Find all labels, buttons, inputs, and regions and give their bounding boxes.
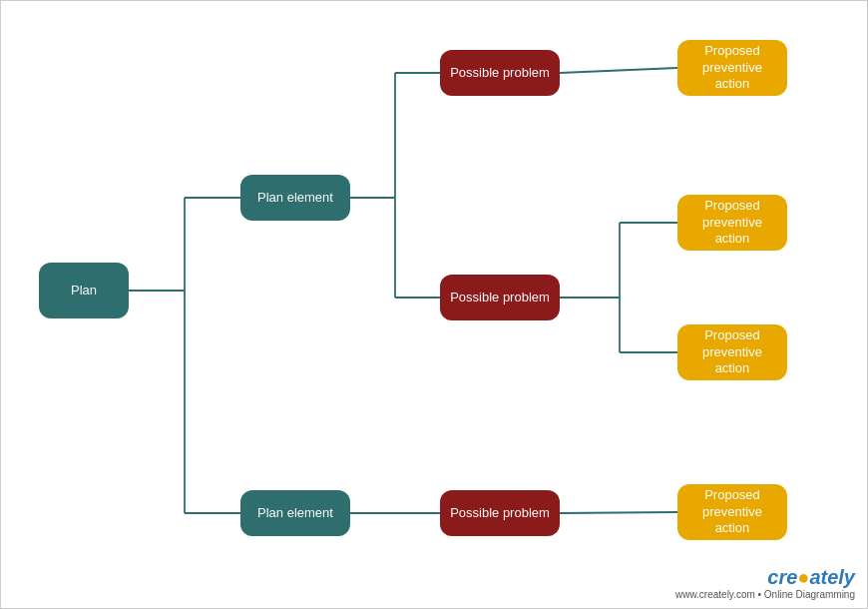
possible-problem-1-node[interactable]: Possible problem [440, 50, 560, 96]
svg-line-9 [560, 68, 677, 73]
plan-label: Plan [71, 283, 97, 300]
watermark: cre●ately www.creately.com • Online Diag… [675, 566, 855, 600]
brand-name: cre●ately [675, 566, 855, 589]
plan-element-2-node[interactable]: Plan element [240, 490, 350, 536]
action-4-node[interactable]: Proposed preventive action [677, 484, 787, 540]
possible-problem-2-node[interactable]: Possible problem [440, 275, 560, 320]
action-4-label: Proposed preventive action [687, 487, 777, 538]
action-1-node[interactable]: Proposed preventive action [677, 40, 787, 96]
svg-line-14 [560, 512, 677, 513]
diagram-container: .conn { stroke: #2e6e6e; stroke-width: 1… [0, 0, 868, 609]
action-2-node[interactable]: Proposed preventive action [677, 195, 787, 251]
action-3-label: Proposed preventive action [687, 327, 777, 378]
action-2-label: Proposed preventive action [687, 198, 777, 249]
possible-problem-1-label: Possible problem [450, 65, 550, 82]
action-3-node[interactable]: Proposed preventive action [677, 324, 787, 380]
plan-node[interactable]: Plan [39, 263, 129, 318]
brand-dot: ● [797, 566, 809, 588]
plan-element-2-label: Plan element [257, 505, 333, 522]
action-1-label: Proposed preventive action [687, 43, 777, 94]
possible-problem-3-label: Possible problem [450, 505, 550, 522]
watermark-sub: www.creately.com • Online Diagramming [675, 589, 855, 600]
possible-problem-3-node[interactable]: Possible problem [440, 490, 560, 536]
plan-element-1-node[interactable]: Plan element [240, 175, 350, 221]
possible-problem-2-label: Possible problem [450, 290, 550, 306]
plan-element-1-label: Plan element [257, 190, 333, 207]
